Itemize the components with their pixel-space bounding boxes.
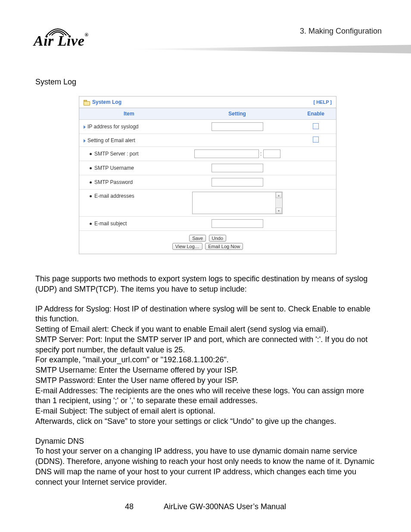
body-line: E-mail Subject: The subject of email ale… xyxy=(35,406,380,417)
col-header-enable: Enable xyxy=(296,108,336,120)
ip-syslogd-enable-checkbox[interactable] xyxy=(313,123,319,129)
intro-paragraph: This page supports two methods to export… xyxy=(35,274,380,295)
body-line: E-mail Addresses: The recipients are the… xyxy=(35,386,380,407)
email-addresses-textarea[interactable]: ▴ ▾ xyxy=(192,192,283,214)
body-line: SMTP Username: Enter the Username offere… xyxy=(35,365,380,376)
row-email-subject-label: E-mail subject xyxy=(94,221,127,227)
body-line: SMTP Server: Port: Input the SMTP server… xyxy=(35,335,380,355)
page-header: Air Live® 3. Making Configuration xyxy=(0,0,411,65)
row-smtp-password-label: SMTP Password xyxy=(94,179,133,185)
body-line: SMTP Password: Enter the User name offer… xyxy=(35,376,380,386)
page-footer: 48 AirLive GW-300NAS User’s Manual xyxy=(0,502,411,511)
smtp-username-input[interactable] xyxy=(212,164,263,172)
header-divider xyxy=(125,45,411,53)
folder-icon xyxy=(84,100,90,105)
view-log-button[interactable]: View Log… xyxy=(172,243,202,250)
ddns-body: To host your server on a changing IP add… xyxy=(35,446,380,487)
smtp-password-input[interactable] xyxy=(212,178,263,187)
smtp-port-input[interactable] xyxy=(263,149,280,158)
smtp-server-input[interactable] xyxy=(194,149,259,158)
body-line: For example, "mail.your_url.com" or "192… xyxy=(35,355,380,365)
smtp-port-separator: : xyxy=(260,151,262,157)
caret-icon xyxy=(84,139,86,143)
brand-logo: Air Live® xyxy=(33,25,128,41)
page-number: 48 xyxy=(125,502,134,511)
bullet-icon xyxy=(90,167,92,169)
section-heading: System Log xyxy=(35,78,380,87)
col-header-setting: Setting xyxy=(179,108,296,120)
bullet-icon xyxy=(90,223,92,225)
row-smtp-server-label: SMTP Server : port xyxy=(94,151,138,157)
email-alert-enable-checkbox[interactable] xyxy=(313,137,319,143)
panel-title: System Log xyxy=(92,99,121,105)
bullet-icon xyxy=(90,195,92,197)
system-log-panel: System Log [ HELP ] Item Setting Enable … xyxy=(79,96,336,254)
chapter-title: 3. Making Configuration xyxy=(300,27,382,36)
undo-button[interactable]: Undo xyxy=(209,235,226,242)
doc-title: AirLive GW-300NAS User’s Manual xyxy=(164,502,286,511)
logo-text: Air Live® xyxy=(34,33,89,49)
bullet-icon xyxy=(90,181,92,184)
ddns-heading: Dynamic DNS xyxy=(35,436,380,447)
caret-icon xyxy=(84,125,86,129)
scroll-up-icon[interactable]: ▴ xyxy=(276,192,282,198)
bullet-icon xyxy=(90,153,92,155)
body-copy: This page supports two methods to export… xyxy=(35,274,380,487)
ip-syslogd-input[interactable] xyxy=(212,122,263,131)
col-header-item: Item xyxy=(79,108,179,120)
body-line: Setting of Email alert: Check if you wan… xyxy=(35,324,380,335)
textarea-scrollbar[interactable]: ▴ ▾ xyxy=(275,192,282,214)
help-link[interactable]: [ HELP ] xyxy=(313,100,332,105)
body-line: Afterwards, click on “Save” to store you… xyxy=(35,417,380,427)
row-email-alert-label: Setting of Email alert xyxy=(87,137,135,143)
email-subject-input[interactable] xyxy=(212,219,263,228)
save-button[interactable]: Save xyxy=(189,235,206,242)
scroll-down-icon[interactable]: ▾ xyxy=(276,208,282,214)
row-email-addresses-label: E-mail addresses xyxy=(94,193,134,199)
email-log-now-button[interactable]: Email Log Now xyxy=(205,243,243,250)
row-ip-syslogd-label: IP address for syslogd xyxy=(87,124,139,130)
row-smtp-username-label: SMTP Username xyxy=(94,165,134,171)
body-line: IP Address for Syslog: Host IP of destin… xyxy=(35,304,380,325)
